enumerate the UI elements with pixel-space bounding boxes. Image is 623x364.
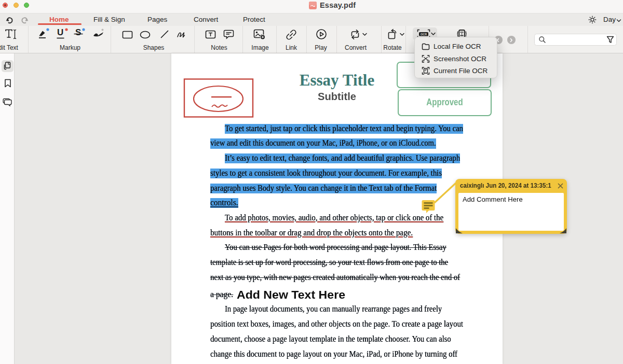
svg-text:OCR: OCR bbox=[421, 32, 427, 35]
